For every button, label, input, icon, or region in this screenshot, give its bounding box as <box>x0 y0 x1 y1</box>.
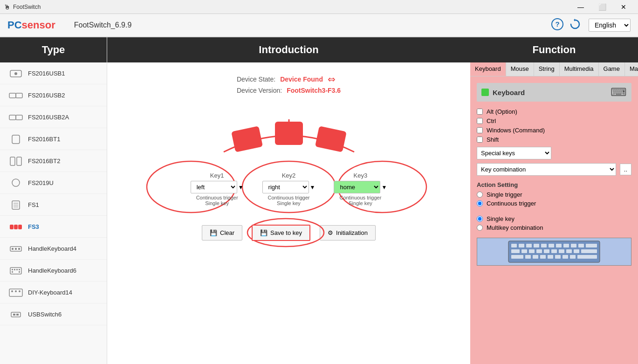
sidebar-item-FS2016USB2A[interactable]: FS2016USB2A <box>0 106 107 128</box>
key-mode-label-single-key[interactable]: Single key <box>487 215 515 222</box>
modifier-label-alt[interactable]: Alt (Option) <box>487 108 517 115</box>
keyboard-preview <box>477 238 631 266</box>
sidebar-label-FS2016USB2: FS2016USB2 <box>28 92 65 99</box>
sidebar-item-FS2016BT1[interactable]: FS2016BT1 <box>0 128 107 150</box>
sidebar-label-FS2016USB1: FS2016USB1 <box>28 70 65 77</box>
sidebar-item-FS3[interactable]: FS3 <box>0 216 107 238</box>
svg-rect-23 <box>18 248 20 250</box>
svg-rect-50 <box>534 244 539 247</box>
modifier-checkbox-windows[interactable] <box>477 127 483 133</box>
sidebar-icon-FS2016BT1 <box>7 132 24 145</box>
sidebar-item-HandleKeyboard6[interactable]: HandleKeyboard6 <box>0 260 107 282</box>
key-trigger-1: Continuous triggerSingle key <box>196 195 238 206</box>
trigger-radio-single[interactable] <box>477 192 483 198</box>
init-icon: ⚙ <box>328 229 333 236</box>
modifier-label-shift[interactable]: Shift <box>487 136 499 143</box>
sidebar-item-FS2016USB2[interactable]: FS2016USB2 <box>0 84 107 106</box>
sidebar-icon-USBSwitch6 <box>7 308 24 321</box>
svg-rect-72 <box>548 255 553 259</box>
special-keys-select[interactable]: Special keysF1F2F3ESCTabEnterSpace <box>477 147 551 159</box>
help-button[interactable]: ? <box>551 18 563 33</box>
sidebar-label-DIY-Keyboard14: DIY-Keyboard14 <box>28 289 72 296</box>
key-select-3[interactable]: leftrighthomeendupdown <box>334 181 380 193</box>
svg-rect-69 <box>525 255 531 259</box>
key-mode-option-multikey: Multikey combination <box>477 224 631 231</box>
clear-button[interactable]: 💾 Clear <box>202 225 242 240</box>
key-combination-row: Key combinationABC .. <box>477 163 631 176</box>
svg-rect-19 <box>18 225 22 229</box>
svg-point-32 <box>11 290 13 292</box>
menu-icons: ? <box>551 18 581 33</box>
key-mode-label-multikey[interactable]: Multikey combination <box>487 224 543 231</box>
sidebar-item-FS1[interactable]: FS1 <box>0 194 107 216</box>
sidebar-item-FS2016USB1[interactable]: FS2016USB1 <box>0 62 107 84</box>
svg-rect-74 <box>563 255 568 259</box>
tab-game[interactable]: Game <box>599 62 625 76</box>
svg-rect-54 <box>563 244 569 247</box>
key-mode-radio-multikey[interactable] <box>477 225 483 231</box>
key-select-1[interactable]: leftrighthomeendupdown <box>191 181 237 193</box>
title-text: FootSwitch <box>13 4 570 10</box>
init-button[interactable]: ⚙ Initialization <box>320 225 376 240</box>
minimize-button[interactable]: — <box>570 0 591 14</box>
refresh-button[interactable] <box>569 18 581 33</box>
active-indicator <box>481 89 489 96</box>
svg-rect-61 <box>536 249 542 253</box>
modifier-checkbox-ctrl[interactable] <box>477 118 483 124</box>
sidebar-item-FS2016BT2[interactable]: FS2016BT2 <box>0 150 107 172</box>
sidebar-icon-FS2016BT2 <box>7 154 24 167</box>
function-tabs: KeyboardMouseStringMultimediaGameMacro <box>470 62 638 76</box>
sidebar-label-FS2019U: FS2019U <box>28 179 54 186</box>
sidebar-icon-FS3 <box>7 220 24 233</box>
sidebar-label-HandleKeyboard6: HandleKeyboard6 <box>28 267 76 274</box>
sidebar-icon-FS2019U <box>7 176 24 189</box>
svg-rect-65 <box>566 249 572 253</box>
key-mode-radio-single-key[interactable] <box>477 216 483 222</box>
svg-point-4 <box>14 72 17 75</box>
key-combination-select[interactable]: Key combinationABC <box>477 163 616 176</box>
sidebar: Type FS2016USB1FS2016USB2FS2016USB2AFS20… <box>0 37 107 364</box>
svg-rect-31 <box>9 289 22 296</box>
device-info: Device State: Device Found ⇔ Device Vers… <box>237 72 341 96</box>
tab-keyboard[interactable]: Keyboard <box>470 62 506 76</box>
key-trigger-3: Continuous triggerSingle key <box>339 195 381 206</box>
key-label-3: Key3 <box>354 172 368 179</box>
bottom-buttons: 💾 Clear 💾 Save to key ⚙ Initialization <box>202 225 376 241</box>
trigger-radio-continuous[interactable] <box>477 200 483 206</box>
tab-string[interactable]: String <box>534 62 560 76</box>
action-setting-title: Action Setting <box>477 181 631 188</box>
language-select[interactable]: EnglishChinese <box>589 19 631 32</box>
function-content: Keyboard ⌨ Alt (Option) Ctrl Windows (Co… <box>470 76 638 364</box>
svg-rect-53 <box>556 244 562 247</box>
modifier-checkbox-alt[interactable] <box>477 109 483 115</box>
svg-rect-66 <box>574 249 579 253</box>
sidebar-label-FS2016BT2: FS2016BT2 <box>28 158 60 165</box>
key-panel-2: Key2 leftrighthomeendupdown ▼ Continuous… <box>262 172 316 206</box>
save-button[interactable]: 💾 Save to key <box>252 225 310 241</box>
key-select-2[interactable]: leftrighthomeendupdown <box>262 181 309 193</box>
modifier-windows: Windows (Command) <box>477 127 631 134</box>
sidebar-item-DIY-Keyboard14[interactable]: DIY-Keyboard14 <box>0 282 107 303</box>
sidebar-item-HandleKeyboard4[interactable]: HandleKeyboard4 <box>0 238 107 260</box>
tab-macro[interactable]: Macro <box>625 62 638 76</box>
tab-multimedia[interactable]: Multimedia <box>560 62 599 76</box>
tab-mouse[interactable]: Mouse <box>506 62 534 76</box>
key-panel-1: Key1 leftrighthomeendupdown ▼ Continuous… <box>191 172 244 206</box>
modifier-label-ctrl[interactable]: Ctrl <box>487 117 496 124</box>
logo-pc: PC <box>7 19 22 31</box>
close-button[interactable]: ✕ <box>613 0 634 14</box>
sidebar-item-USBSwitch6[interactable]: USBSwitch6 <box>0 303 107 325</box>
modifier-label-windows[interactable]: Windows (Command) <box>487 127 545 134</box>
keyboard-label: Keyboard <box>481 89 525 96</box>
maximize-button[interactable]: ⬜ <box>591 0 613 14</box>
device-version-row: Device Version: FootSwitch3-F3.6 <box>237 87 341 94</box>
svg-rect-18 <box>14 225 18 229</box>
sidebar-item-FS2019U[interactable]: FS2019U <box>0 172 107 194</box>
trigger-label-single[interactable]: Single trigger <box>487 191 522 198</box>
svg-rect-11 <box>17 157 21 165</box>
dotdot-button[interactable]: .. <box>620 164 631 175</box>
trigger-label-continuous[interactable]: Continuous trigger <box>487 200 536 207</box>
sidebar-label-FS1: FS1 <box>28 201 39 208</box>
svg-text:?: ? <box>555 20 559 28</box>
modifier-checkbox-shift[interactable] <box>477 137 483 143</box>
